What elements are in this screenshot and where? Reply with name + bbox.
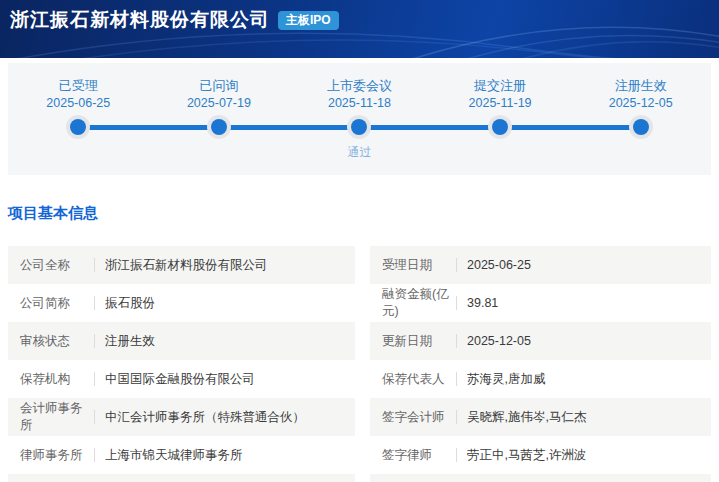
row-label: 保荐代表人 xyxy=(382,371,456,388)
stage-date: 2025-11-19 xyxy=(469,95,532,111)
table-row-law-firm: 律师事务所 上海市锦天城律师事务所 xyxy=(8,436,355,474)
stage-label: 注册生效 xyxy=(615,77,667,95)
table-row-signing-accountants: 签字会计师 吴晓辉,施伟岑,马仁杰 xyxy=(370,398,711,436)
timeline-dot-icon xyxy=(633,119,649,135)
row-value: 中汇会计师事务所（特殊普通合伙） xyxy=(95,409,305,426)
table-row-company-full-name: 公司全称 浙江振石新材料股份有限公司 xyxy=(8,246,355,284)
stage-date: 2025-12-05 xyxy=(609,95,673,111)
table-row-review-status: 审核状态 注册生效 xyxy=(8,322,355,360)
timeline-dot-icon xyxy=(211,119,227,135)
row-label: 受理日期 xyxy=(382,257,456,274)
timeline-stage-committee-meeting: 上市委会议 2025-11-18 通过 xyxy=(289,77,430,160)
timeline: 已受理 2025-06-25 已问询 2025-07-19 上市委会议 2025… xyxy=(8,63,711,160)
row-value: 2025-06-25 xyxy=(457,258,531,272)
stage-date: 2025-11-18 xyxy=(328,95,391,111)
table-row-company-short-name: 公司简称 振石股份 xyxy=(8,284,355,322)
table-row-partial xyxy=(8,474,355,482)
stage-label: 提交注册 xyxy=(474,77,526,95)
row-label: 公司全称 xyxy=(20,257,94,274)
row-label: 审核状态 xyxy=(20,333,94,350)
row-label: 签字会计师 xyxy=(382,409,456,426)
row-value: 注册生效 xyxy=(95,333,155,350)
timeline-dot-icon xyxy=(351,119,367,135)
row-label: 会计师事务所 xyxy=(20,400,94,434)
row-value: 振石股份 xyxy=(95,295,155,312)
row-label: 保荐机构 xyxy=(20,371,94,388)
info-column-left: 公司全称 浙江振石新材料股份有限公司 公司简称 振石股份 审核状态 注册生效 保… xyxy=(8,246,355,482)
timeline-dot-icon xyxy=(492,119,508,135)
row-label: 融资金额(亿元) xyxy=(382,286,456,320)
timeline-stage-accepted: 已受理 2025-06-25 xyxy=(8,77,149,160)
board-ipo-badge: 主板IPO xyxy=(278,11,339,30)
timeline-stage-registration-effective: 注册生效 2025-12-05 xyxy=(570,77,711,160)
stage-date: 2025-06-25 xyxy=(46,95,110,111)
row-value: 浙江振石新材料股份有限公司 xyxy=(95,257,268,274)
table-row-financing-amount: 融资金额(亿元) 39.81 xyxy=(370,284,711,322)
page-header: 浙江振石新材料股份有限公司 主板IPO xyxy=(0,0,719,58)
stage-label: 上市委会议 xyxy=(327,77,392,95)
table-row-update-date: 更新日期 2025-12-05 xyxy=(370,322,711,360)
table-row-accounting-firm: 会计师事务所 中汇会计师事务所（特殊普通合伙） xyxy=(8,398,355,436)
stage-label: 已问询 xyxy=(199,77,238,95)
row-value: 吴晓辉,施伟岑,马仁杰 xyxy=(457,409,586,426)
row-label: 公司简称 xyxy=(20,295,94,312)
info-column-right: 受理日期 2025-06-25 融资金额(亿元) 39.81 更新日期 2025… xyxy=(370,246,711,482)
table-row-signing-lawyers: 签字律师 劳正中,马茜芝,许洲波 xyxy=(370,436,711,474)
row-label: 签字律师 xyxy=(382,447,456,464)
row-value: 苏海灵,唐加威 xyxy=(457,371,545,388)
row-value: 2025-12-05 xyxy=(457,334,531,348)
company-title: 浙江振石新材料股份有限公司 xyxy=(10,7,270,33)
stage-status-passed: 通过 xyxy=(347,145,371,160)
row-value: 中国国际金融股份有限公司 xyxy=(95,371,255,388)
table-row-acceptance-date: 受理日期 2025-06-25 xyxy=(370,246,711,284)
table-row-sponsor-representatives: 保荐代表人 苏海灵,唐加威 xyxy=(370,360,711,398)
timeline-stage-registration-submitted: 提交注册 2025-11-19 xyxy=(430,77,571,160)
section-title-basic-info: 项目基本信息 xyxy=(8,204,98,223)
row-label: 更新日期 xyxy=(382,333,456,350)
stage-label: 已受理 xyxy=(59,77,98,95)
row-value: 上海市锦天城律师事务所 xyxy=(95,447,243,464)
table-row-sponsor-institution: 保荐机构 中国国际金融股份有限公司 xyxy=(8,360,355,398)
row-value: 劳正中,马茜芝,许洲波 xyxy=(457,447,586,464)
row-value: 39.81 xyxy=(457,296,498,310)
table-row-partial xyxy=(370,474,711,482)
timeline-dot-icon xyxy=(70,119,86,135)
timeline-stage-inquired: 已问询 2025-07-19 xyxy=(149,77,290,160)
basic-info-table: 公司全称 浙江振石新材料股份有限公司 公司简称 振石股份 审核状态 注册生效 保… xyxy=(8,246,711,482)
stage-date: 2025-07-19 xyxy=(187,95,251,111)
timeline-card: 已受理 2025-06-25 已问询 2025-07-19 上市委会议 2025… xyxy=(8,63,711,175)
row-label: 律师事务所 xyxy=(20,447,94,464)
